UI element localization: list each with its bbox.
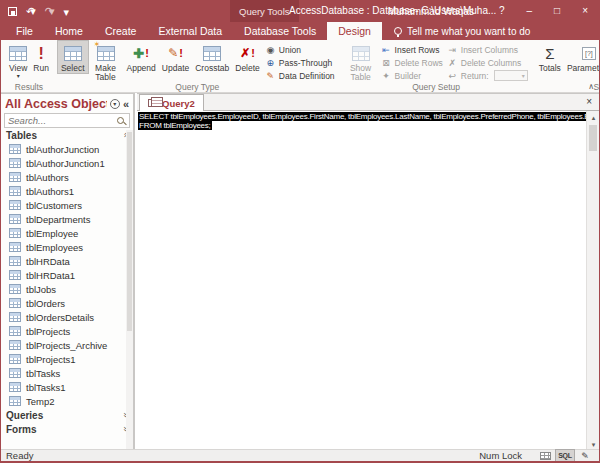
nav-table-item[interactable]: tblAuthors [1, 170, 133, 184]
tab-create[interactable]: Create [94, 22, 148, 40]
tab-file[interactable]: File [5, 22, 44, 40]
table-icon [9, 312, 21, 322]
collapse-ribbon-icon[interactable]: ∧ [588, 82, 594, 91]
document-tab-query2[interactable]: Query2 [139, 94, 204, 111]
sql-view-button[interactable]: SQL [556, 450, 574, 461]
nav-table-item[interactable]: tblDepartments [1, 212, 133, 226]
insert-columns-icon: ⇥ [447, 45, 458, 55]
run-button[interactable]: ! Run [30, 41, 52, 73]
show-table-button[interactable]: Show Table [343, 41, 379, 82]
builder-button[interactable]: ✦ Builder [379, 69, 445, 82]
nav-table-item[interactable]: tblAuthorJunction [1, 142, 133, 156]
ribbon-group-query-type: Select ✶ Make Table ✚! Append ✎! Update … [55, 40, 340, 92]
insert-columns-button[interactable]: ⇥ Insert Columns [445, 43, 530, 56]
maximize-button[interactable]: □ [543, 0, 571, 22]
nav-table-item-label: Temp2 [26, 396, 55, 407]
totals-icon: Σ [545, 49, 554, 58]
status-bar: Ready Num Lock SQL ✎ [1, 449, 599, 461]
nav-table-item[interactable]: tblHRData1 [1, 268, 133, 282]
union-icon: ◉ [265, 45, 276, 55]
pass-through-button[interactable]: ⊕ Pass-Through [263, 56, 337, 69]
delete-rows-label: Delete Rows [395, 58, 443, 68]
qat-customize-icon[interactable]: ▾ [64, 0, 70, 23]
delete-rows-button[interactable]: ⊠ Delete Rows [379, 56, 445, 69]
shutter-bar-icon[interactable]: « [123, 98, 129, 110]
return-label: Return: [461, 71, 489, 81]
nav-table-item[interactable]: tblOrders [1, 296, 133, 310]
nav-table-item[interactable]: tblCustomers [1, 198, 133, 212]
delete-columns-button[interactable]: ✗ Delete Columns [445, 56, 530, 69]
document-scrollbar[interactable]: ▴ ▾ [586, 111, 599, 451]
nav-scrollbar-thumb[interactable] [127, 132, 132, 331]
tab-external-data[interactable]: External Data [147, 22, 233, 40]
tab-design[interactable]: Design [327, 22, 382, 40]
nav-section-queries[interactable]: Queries » [1, 408, 133, 422]
nav-table-item[interactable]: tblAuthors1 [1, 184, 133, 198]
table-icon [9, 354, 21, 364]
nav-pane-header[interactable]: All Access Objects ▾ « [1, 94, 133, 113]
account-name[interactable]: Muhammad Waqas [374, 6, 488, 17]
nav-table-item-label: tblOrdersDetails [26, 312, 94, 323]
sql-text-line1: SELECT tblEmployees.EmployeeID, tblEmplo… [138, 112, 586, 121]
navigation-pane: All Access Objects ▾ « Tables » tblAutho… [1, 93, 135, 451]
close-button[interactable]: × [571, 0, 599, 22]
nav-section-forms[interactable]: Forms » [1, 422, 133, 436]
crosstab-icon [203, 46, 221, 61]
nav-table-item[interactable]: tblEmployees [1, 240, 133, 254]
insert-rows-icon: ⇤ [381, 45, 392, 55]
columns-stack: ⇥ Insert Columns ✗ Delete Columns ↩ Retu… [445, 41, 530, 82]
totals-button[interactable]: Σ Totals [536, 41, 564, 73]
help-button[interactable]: ? [488, 0, 516, 22]
minimize-button[interactable]: – [516, 0, 544, 22]
insert-rows-button[interactable]: ⇤ Insert Rows [379, 43, 445, 56]
undo-button[interactable]: ↶▾ [26, 0, 36, 22]
nav-table-item[interactable]: tblJobs [1, 282, 133, 296]
nav-section-tables[interactable]: Tables » [1, 128, 133, 142]
nav-table-item[interactable]: Temp2 [1, 394, 133, 408]
design-view-button[interactable]: ✎ [576, 450, 594, 461]
select-query-button[interactable]: Select [58, 41, 88, 73]
access-window: ↶▾ ↷▾ ▾ Query Tools AccessDatabase : Dat… [0, 0, 600, 463]
nav-table-item[interactable]: tblProjects1 [1, 352, 133, 366]
delete-query-button[interactable]: ✗! Delete [232, 41, 263, 73]
nav-menu-icon[interactable]: ▾ [110, 99, 120, 109]
document-close-icon[interactable]: × [583, 95, 595, 109]
nav-table-item[interactable]: tblProjects_Archive [1, 338, 133, 352]
nav-table-item[interactable]: tblTasks1 [1, 380, 133, 394]
tables-section-label: Tables [6, 130, 123, 141]
tab-database-tools[interactable]: Database Tools [233, 22, 327, 40]
nav-table-item-label: tblAuthors [26, 172, 69, 183]
nav-table-item[interactable]: tblEmployee [1, 226, 133, 240]
nav-table-item[interactable]: tblTasks [1, 366, 133, 380]
nav-table-item[interactable]: tblOrdersDetails [1, 310, 133, 324]
update-button[interactable]: ✎! Update [159, 41, 192, 73]
tell-me-box[interactable]: Tell me what you want to do [382, 22, 530, 40]
parameters-button[interactable]: [?] Parameters [564, 41, 600, 73]
redo-button[interactable]: ↷▾ [45, 0, 55, 22]
search-input[interactable] [5, 115, 117, 126]
view-button[interactable]: View ▾ [6, 41, 30, 79]
nav-table-item[interactable]: tblHRData [1, 254, 133, 268]
return-dropdown[interactable]: ▾ [494, 70, 528, 81]
nav-table-item[interactable]: tblProjects [1, 324, 133, 338]
tab-home[interactable]: Home [44, 22, 94, 40]
nav-scrollbar[interactable] [126, 130, 133, 451]
quick-access-toolbar: ↶▾ ↷▾ ▾ [8, 0, 69, 22]
num-lock-label: Num Lock [479, 450, 522, 461]
scroll-up-icon[interactable]: ▴ [587, 111, 600, 124]
append-button[interactable]: ✚! Append [124, 41, 159, 73]
save-icon[interactable] [8, 7, 17, 16]
crosstab-button[interactable]: Crosstab [192, 41, 232, 73]
search-icon[interactable] [117, 117, 124, 124]
insert-columns-label: Insert Columns [461, 45, 518, 55]
datasheet-view-button[interactable] [536, 450, 554, 461]
document-scrollbar-thumb[interactable] [589, 125, 597, 151]
update-exclamation-icon: ! [179, 49, 183, 58]
table-icon [9, 256, 21, 266]
make-table-button[interactable]: ✶ Make Table [88, 41, 124, 82]
sql-view[interactable]: SELECT tblEmployees.EmployeeID, tblEmplo… [137, 111, 586, 451]
nav-table-item[interactable]: tblAuthorJunction1 [1, 156, 133, 170]
data-definition-button[interactable]: ✎ Data Definition [263, 69, 337, 82]
union-button[interactable]: ◉ Union [263, 43, 337, 56]
query-type-stack: ◉ Union ⊕ Pass-Through ✎ Data Definition [263, 41, 337, 82]
